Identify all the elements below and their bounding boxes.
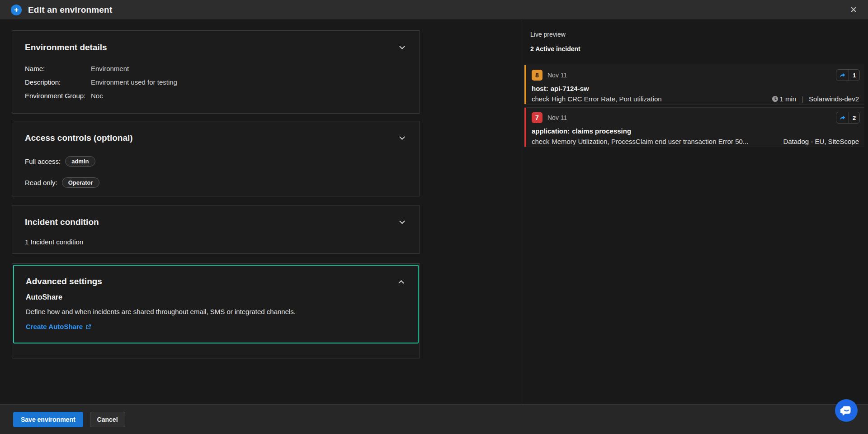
clock-icon [772, 95, 778, 102]
share-button[interactable]: 1 [836, 69, 860, 81]
section-advanced-settings: Advanced settings AutoShare Define how a… [12, 263, 420, 358]
create-autoshare-label: Create AutoShare [26, 323, 83, 330]
active-incident-count: 2 Active incident [530, 45, 868, 52]
incident-subject: application:claims processing [532, 127, 860, 135]
create-autoshare-link[interactable]: Create AutoShare [26, 323, 406, 330]
detail-row-description: Description: Environment used for testin… [25, 78, 407, 86]
severity-badge: 8 [532, 70, 542, 81]
autoshare-description: Define how and when incidents are shared… [26, 308, 406, 315]
incident-condition-header[interactable]: Incident condition [25, 217, 407, 227]
save-environment-button[interactable]: Save environment [13, 412, 83, 427]
meta-divider: | [802, 95, 803, 103]
access-controls-header[interactable]: Access controls (optional) [25, 133, 407, 143]
name-label: Name: [25, 65, 91, 72]
section-environment-details: Environment details Name: Environment De… [12, 30, 420, 114]
incident-top-row: 7 Nov 11 2 [532, 112, 860, 124]
environment-details-header[interactable]: Environment details [25, 43, 407, 52]
detail-rows: Name: Environment Description: Environme… [25, 65, 407, 100]
external-link-icon [85, 324, 92, 330]
share-icon [836, 112, 849, 123]
share-button[interactable]: 2 [836, 112, 860, 124]
section-title: Incident condition [25, 217, 99, 227]
check-prefix: check [532, 95, 549, 103]
subject-value: claims processing [572, 127, 631, 135]
incident-source: Datadog - EU, SiteScope [783, 138, 859, 145]
check-prefix: check [532, 138, 549, 145]
name-value: Environment [91, 65, 129, 72]
section-title: Advanced settings [26, 277, 102, 286]
subject-value: api-7124-sw [551, 85, 589, 92]
read-only-label: Read only: [25, 179, 57, 186]
chat-launcher-button[interactable] [835, 399, 858, 422]
incident-card[interactable]: 7 Nov 11 2 application:claims processing [524, 107, 864, 147]
live-preview-title: Live preview [530, 31, 868, 38]
incident-date: Nov 11 [547, 114, 567, 121]
read-only-chip: Operator [62, 177, 99, 188]
read-only-row: Read only: Operator [25, 177, 407, 188]
close-icon[interactable]: ✕ [850, 5, 857, 14]
incident-source: Solarwinds-dev2 [809, 95, 859, 103]
description-value: Environment used for testing [91, 78, 177, 86]
detail-row-name: Name: Environment [25, 65, 407, 72]
dialog-header: + Edit an environment ✕ [0, 0, 868, 20]
severity-badge: 7 [532, 112, 542, 123]
environment-group-label: Environment Group: [25, 92, 91, 100]
incident-check-row: check High CRC Error Rate, Port utilizat… [532, 95, 860, 103]
incident-list: 8 Nov 11 1 host:api-7124-sw [522, 65, 868, 147]
incident-date: Nov 11 [547, 72, 567, 79]
full-access-row: Full access: admin [25, 156, 407, 167]
advanced-settings-highlight: Advanced settings AutoShare Define how a… [13, 265, 419, 343]
incident-check-row: check Memory Utilization, ProcessClaim e… [532, 138, 860, 145]
form-column: Environment details Name: Environment De… [0, 20, 521, 404]
check-text: High CRC Error Rate, Port utilization [552, 95, 767, 103]
share-count: 2 [849, 112, 859, 123]
incident-card[interactable]: 8 Nov 11 1 host:api-7124-sw [524, 65, 864, 105]
subject-label: host: [532, 85, 548, 92]
severity-bar [524, 65, 526, 104]
full-access-chip: admin [65, 156, 95, 167]
incident-age: 1 min [780, 95, 797, 103]
edit-environment-dialog: + Edit an environment ✕ Environment deta… [0, 0, 868, 434]
share-count: 1 [849, 70, 859, 81]
incident-condition-summary: 1 Incident condition [25, 238, 407, 246]
section-title: Access controls (optional) [25, 133, 133, 143]
section-title: Environment details [25, 43, 107, 52]
severity-bar [524, 108, 526, 147]
autoshare-title: AutoShare [26, 293, 406, 301]
environment-group-value: Noc [91, 92, 103, 100]
incident-meta: 1 min | Solarwinds-dev2 [772, 95, 859, 103]
incident-subject: host:api-7124-sw [532, 85, 860, 92]
cancel-button[interactable]: Cancel [90, 412, 125, 427]
chevron-down-icon[interactable] [399, 218, 405, 224]
incident-top-row: 8 Nov 11 1 [532, 69, 860, 81]
live-preview-panel: Live preview 2 Active incident 8 Nov 11 … [522, 20, 868, 404]
full-access-label: Full access: [25, 157, 61, 165]
description-label: Description: [25, 78, 91, 86]
page-title: Edit an environment [28, 5, 112, 15]
incident-meta: Datadog - EU, SiteScope [783, 138, 859, 145]
chevron-up-icon[interactable] [398, 280, 404, 286]
section-incident-condition: Incident condition 1 Incident condition [12, 205, 420, 254]
dialog-footer: Save environment Cancel [0, 404, 868, 434]
chevron-down-icon[interactable] [399, 134, 405, 140]
chevron-down-icon[interactable] [399, 43, 405, 49]
share-icon [836, 70, 849, 81]
check-text: Memory Utilization, ProcessClaim end use… [552, 138, 778, 145]
advanced-settings-header[interactable]: Advanced settings [26, 277, 406, 286]
subject-label: application: [532, 127, 570, 135]
detail-row-environment-group: Environment Group: Noc [25, 92, 407, 100]
section-access-controls: Access controls (optional) Full access: … [12, 121, 420, 196]
chat-bubble-icon [840, 405, 853, 417]
plus-icon: + [11, 5, 22, 15]
